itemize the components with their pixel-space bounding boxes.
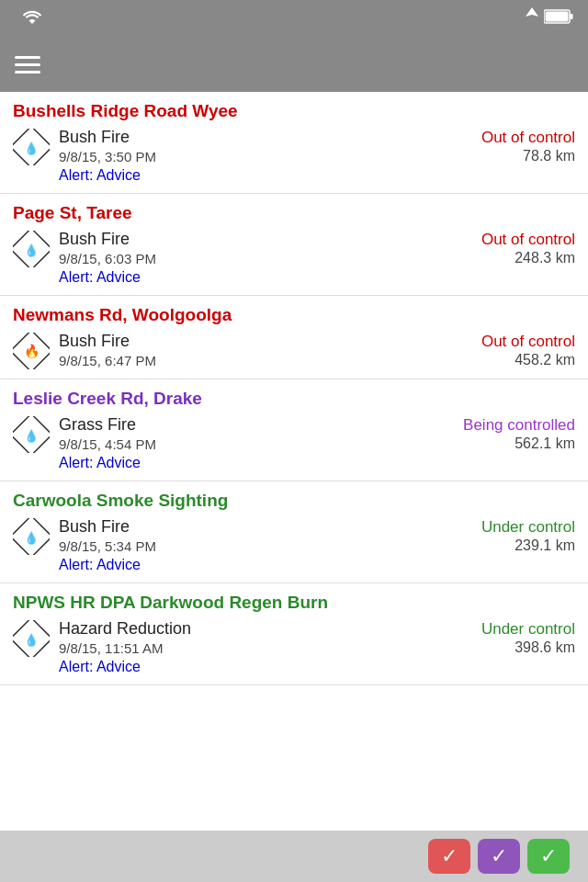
battery-icon [544,9,573,28]
fire-title: Page St, Taree [13,203,575,223]
carrier-wifi [15,9,42,28]
fire-datetime: 9/8/15, 5:34 PM [59,538,156,554]
svg-text:💧: 💧 [24,243,40,258]
fire-title: Bushells Ridge Road Wyee [13,101,575,121]
fire-details: Hazard Reduction Under control 9/8/15, 1… [59,618,575,675]
fire-type-label: Bush Fire [59,332,130,351]
fire-item[interactable]: Newmans Rd, Woolgoolga 🔥 Bush Fire Out o… [0,296,588,379]
fire-list: Bushells Ridge Road Wyee 💧 Bush Fire Out… [0,92,588,685]
svg-rect-2 [546,11,569,21]
fire-status: Out of control [481,129,575,147]
fire-item[interactable]: Page St, Taree 💧 Bush Fire Out of contro… [0,194,588,296]
fire-type-icon: 💧 [13,518,50,555]
location-icon [526,7,538,30]
fire-distance: 248.3 km [514,250,575,266]
fire-distance: 398.6 km [514,639,575,656]
fire-item[interactable]: Leslie Creek Rd, Drake 💧 Grass Fire Bein… [0,379,588,481]
fire-item[interactable]: Carwoola Smoke Sighting 💧 Bush Fire Unde… [0,481,588,583]
fire-details: Bush Fire Out of control 9/8/15, 6:47 PM… [59,331,575,368]
fire-status: Under control [481,518,575,537]
status-bar [0,0,588,37]
svg-text:💧: 💧 [24,530,40,546]
svg-text:🔥: 🔥 [24,344,40,359]
fire-title: Carwoola Smoke Sighting [13,491,575,511]
filter-chip-purple[interactable]: ✓ [478,839,520,874]
fire-type-icon: 💧 [13,231,50,267]
fire-status: Out of control [481,231,575,249]
fire-distance: 239.1 km [514,537,575,554]
fire-datetime: 9/8/15, 6:47 PM [59,353,156,368]
fire-type-label: Bush Fire [59,128,130,147]
fire-distance: 562.1 km [514,435,575,452]
fire-alert: Alert: Advice [59,167,575,184]
fire-type-icon: 🔥 [13,333,50,369]
filter-chip-green[interactable]: ✓ [527,839,570,874]
fire-details: Bush Fire Under control 9/8/15, 5:34 PM … [59,516,575,573]
filter-icons: ✓ ✓ ✓ [428,839,570,874]
fire-datetime: 9/8/15, 6:03 PM [59,251,156,266]
fire-type-label: Hazard Reduction [59,619,191,639]
fire-alert: Alert: Advice [59,269,575,286]
svg-text:💧: 💧 [24,428,40,444]
fire-alert: Alert: Advice [59,659,575,675]
fire-alert: Alert: Advice [59,557,575,573]
navbar [0,37,588,92]
fire-title: NPWS HR DPA Darkwood Regen Burn [13,593,575,613]
fire-datetime: 9/8/15, 11:51 AM [59,640,163,656]
fire-alert: Alert: Advice [59,455,575,471]
fire-title: Leslie Creek Rd, Drake [13,389,575,409]
menu-button[interactable] [15,56,40,74]
fire-details: Grass Fire Being controlled 9/8/15, 4:54… [59,414,575,471]
filter-chip-red[interactable]: ✓ [428,839,470,874]
fire-datetime: 9/8/15, 3:50 PM [59,149,156,164]
fire-type-icon: 💧 [13,620,50,657]
fire-status: Out of control [481,333,575,351]
fire-details: Bush Fire Out of control 9/8/15, 6:03 PM… [59,229,575,286]
fire-type-icon: 💧 [13,129,50,165]
fire-type-icon: 💧 [13,416,50,453]
fire-item[interactable]: Bushells Ridge Road Wyee 💧 Bush Fire Out… [0,92,588,194]
bottom-bar: ✓ ✓ ✓ [0,831,588,882]
fire-datetime: 9/8/15, 4:54 PM [59,436,156,452]
svg-text:💧: 💧 [24,141,40,156]
fire-item[interactable]: NPWS HR DPA Darkwood Regen Burn 💧 Hazard… [0,583,588,685]
fire-type-label: Bush Fire [59,230,130,249]
fire-title: Newmans Rd, Woolgoolga [13,305,575,325]
svg-rect-1 [571,14,573,19]
fire-type-label: Bush Fire [59,517,130,537]
fire-distance: 78.8 km [523,148,575,164]
fire-status: Being controlled [463,416,575,435]
fire-status: Under control [481,620,575,639]
fire-type-label: Grass Fire [59,415,136,435]
fire-distance: 458.2 km [514,352,575,368]
fire-details: Bush Fire Out of control 9/8/15, 3:50 PM… [59,127,575,184]
status-right-icons [526,7,573,30]
wifi-icon [22,9,42,28]
svg-text:💧: 💧 [24,632,40,648]
